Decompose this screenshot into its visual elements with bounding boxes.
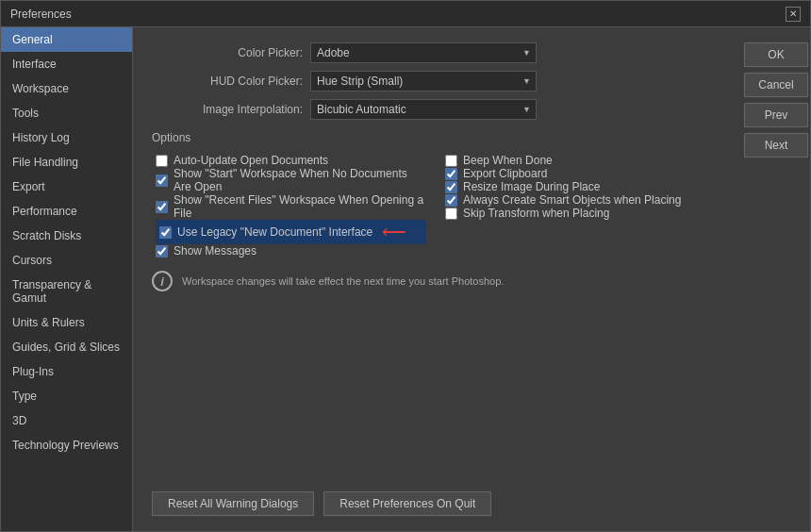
hud-color-picker-select[interactable]: Hue Strip (Small) bbox=[310, 71, 537, 91]
checkbox-label-cb7[interactable]: Export Clipboard bbox=[463, 167, 547, 180]
checkbox-row-cb4: Use Legacy "New Document" Interface⟵ bbox=[156, 220, 426, 244]
checkbox-cb7[interactable] bbox=[445, 168, 457, 180]
main-area: Color Picker: Adobe HUD Color Picker: Hu… bbox=[133, 27, 735, 531]
checkbox-cb9[interactable] bbox=[445, 194, 457, 207]
checkbox-row-cb8: Resize Image During Place bbox=[445, 180, 716, 193]
cancel-button[interactable]: Cancel bbox=[744, 73, 808, 97]
arrow-indicator: ⟵ bbox=[382, 222, 406, 242]
hud-color-picker-row: HUD Color Picker: Hue Strip (Small) bbox=[152, 71, 716, 91]
title-bar: Preferences ✕ bbox=[1, 1, 810, 27]
sidebar-item-technology-previews[interactable]: Technology Previews bbox=[1, 433, 132, 457]
checkbox-row-cb3: Show "Recent Files" Workspace When Openi… bbox=[156, 193, 426, 220]
prev-button[interactable]: Prev bbox=[744, 103, 808, 127]
image-interpolation-select[interactable]: Bicubic Automatic bbox=[310, 99, 537, 120]
sidebar-item-guides--grid---slices[interactable]: Guides, Grid & Slices bbox=[1, 335, 132, 359]
info-icon: i bbox=[152, 271, 173, 291]
color-picker-select[interactable]: Adobe bbox=[310, 42, 537, 63]
checkbox-label-cb8[interactable]: Resize Image During Place bbox=[463, 180, 600, 193]
sidebar-item-tools[interactable]: Tools bbox=[1, 101, 132, 125]
checkbox-cb8[interactable] bbox=[445, 181, 457, 193]
checkbox-cb2[interactable] bbox=[156, 175, 168, 187]
options-left-col: Auto-Update Open DocumentsShow "Start" W… bbox=[156, 154, 426, 258]
hud-color-picker-select-wrapper: Hue Strip (Small) bbox=[310, 71, 537, 91]
reset-prefs-button[interactable]: Reset Preferences On Quit bbox=[323, 491, 491, 516]
checkbox-label-cb5[interactable]: Show Messages bbox=[174, 244, 257, 258]
button-row: Reset All Warning Dialogs Reset Preferen… bbox=[152, 484, 716, 516]
right-buttons: OK Cancel Prev Next bbox=[735, 27, 810, 531]
sidebar-item-type[interactable]: Type bbox=[1, 384, 132, 408]
sidebar-item-plug-ins[interactable]: Plug-Ins bbox=[1, 359, 132, 384]
sidebar-item-units---rulers[interactable]: Units & Rulers bbox=[1, 310, 132, 335]
sidebar-item-performance[interactable]: Performance bbox=[1, 199, 132, 224]
checkbox-row-cb1: Auto-Update Open Documents bbox=[156, 154, 426, 167]
image-interpolation-row: Image Interpolation: Bicubic Automatic bbox=[152, 99, 716, 120]
dialog-content: GeneralInterfaceWorkspaceToolsHistory Lo… bbox=[1, 27, 810, 531]
checkbox-cb3[interactable] bbox=[156, 201, 168, 213]
options-grid: Auto-Update Open DocumentsShow "Start" W… bbox=[156, 154, 716, 258]
color-picker-row: Color Picker: Adobe bbox=[152, 42, 716, 63]
image-interpolation-label: Image Interpolation: bbox=[152, 103, 303, 116]
checkbox-label-cb2[interactable]: Show "Start" Workspace When No Documents… bbox=[174, 167, 426, 193]
sidebar: GeneralInterfaceWorkspaceToolsHistory Lo… bbox=[1, 27, 133, 531]
sidebar-item-general[interactable]: General bbox=[1, 27, 132, 52]
checkbox-row-cb2: Show "Start" Workspace When No Documents… bbox=[156, 167, 426, 193]
sidebar-item-file-handling[interactable]: File Handling bbox=[1, 150, 132, 175]
dialog-title: Preferences bbox=[10, 8, 72, 21]
sidebar-item-scratch-disks[interactable]: Scratch Disks bbox=[1, 224, 132, 248]
sidebar-item-cursors[interactable]: Cursors bbox=[1, 248, 132, 273]
info-row: i Workspace changes will take effect the… bbox=[152, 271, 716, 291]
checkbox-label-cb9[interactable]: Always Create Smart Objects when Placing bbox=[463, 193, 681, 207]
close-button[interactable]: ✕ bbox=[786, 7, 801, 22]
hud-color-picker-label: HUD Color Picker: bbox=[152, 75, 303, 88]
checkbox-row-cb9: Always Create Smart Objects when Placing bbox=[445, 193, 716, 207]
info-message: Workspace changes will take effect the n… bbox=[182, 275, 504, 287]
checkbox-cb4[interactable] bbox=[159, 226, 172, 239]
options-right-col: Beep When DoneExport ClipboardResize Ima… bbox=[445, 154, 716, 258]
sidebar-item-transparency---gamut[interactable]: Transparency & Gamut bbox=[1, 273, 132, 310]
color-picker-select-wrapper: Adobe bbox=[310, 42, 537, 63]
color-picker-label: Color Picker: bbox=[152, 46, 303, 59]
sidebar-item-workspace[interactable]: Workspace bbox=[1, 76, 132, 101]
reset-warnings-button[interactable]: Reset All Warning Dialogs bbox=[152, 491, 314, 516]
image-interpolation-select-wrapper: Bicubic Automatic bbox=[310, 99, 537, 120]
ok-button[interactable]: OK bbox=[744, 42, 808, 67]
checkbox-label-cb1[interactable]: Auto-Update Open Documents bbox=[174, 154, 328, 167]
checkbox-label-cb6[interactable]: Beep When Done bbox=[463, 154, 553, 167]
checkbox-cb5[interactable] bbox=[156, 245, 168, 258]
checkbox-row-cb5: Show Messages bbox=[156, 244, 426, 258]
preferences-dialog: Preferences ✕ GeneralInterfaceWorkspaceT… bbox=[0, 0, 811, 532]
checkbox-label-cb10[interactable]: Skip Transform when Placing bbox=[463, 207, 609, 220]
sidebar-item-3d[interactable]: 3D bbox=[1, 408, 132, 433]
checkbox-row-cb10: Skip Transform when Placing bbox=[445, 207, 716, 220]
checkbox-cb6[interactable] bbox=[445, 155, 457, 167]
checkbox-row-cb6: Beep When Done bbox=[445, 154, 716, 167]
next-button[interactable]: Next bbox=[744, 133, 808, 158]
checkbox-row-cb7: Export Clipboard bbox=[445, 167, 716, 180]
checkbox-cb10[interactable] bbox=[445, 208, 457, 220]
checkbox-cb1[interactable] bbox=[156, 155, 168, 167]
checkbox-label-cb4[interactable]: Use Legacy "New Document" Interface bbox=[177, 225, 372, 239]
sidebar-item-export[interactable]: Export bbox=[1, 175, 132, 199]
sidebar-item-interface[interactable]: Interface bbox=[1, 52, 132, 76]
options-label: Options bbox=[152, 131, 716, 144]
sidebar-item-history-log[interactable]: History Log bbox=[1, 125, 132, 150]
checkbox-label-cb3[interactable]: Show "Recent Files" Workspace When Openi… bbox=[174, 193, 426, 220]
